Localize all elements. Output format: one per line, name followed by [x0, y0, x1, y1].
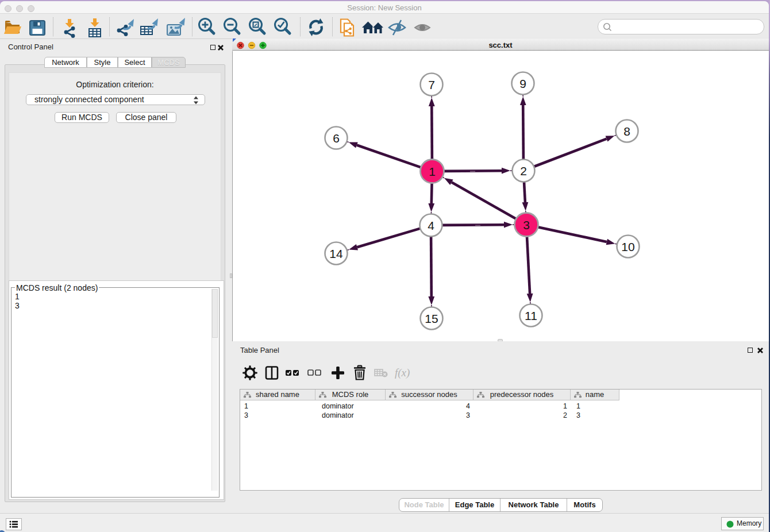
svg-text:14: 14 [329, 247, 343, 260]
svg-text:4: 4 [428, 219, 434, 232]
svg-text:11: 11 [525, 309, 537, 322]
svg-text:6: 6 [333, 132, 340, 145]
svg-text:8: 8 [623, 125, 630, 138]
svg-text:7: 7 [428, 78, 435, 91]
svg-text:3: 3 [523, 218, 530, 232]
svg-text:10: 10 [621, 240, 634, 253]
svg-text:1: 1 [429, 165, 436, 178]
svg-text:15: 15 [425, 312, 438, 325]
svg-text:2: 2 [520, 164, 527, 178]
svg-text:9: 9 [519, 77, 526, 90]
